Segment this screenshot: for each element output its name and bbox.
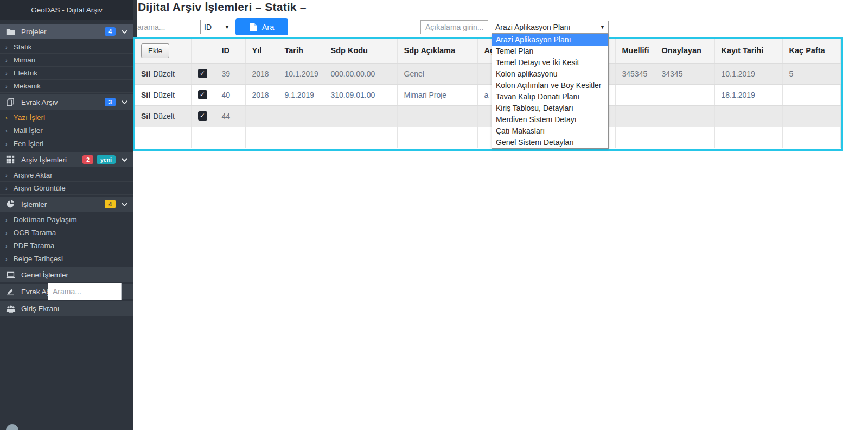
sidebar-item-label: Doküman Paylaşım	[14, 216, 77, 224]
sidebar-group-label: Giriş Ekranı	[21, 305, 60, 313]
dropdown-option[interactable]: Temel Plan	[492, 46, 608, 57]
sidebar-item-13[interactable]: ›Doküman Paylaşım	[0, 213, 133, 226]
sidebar-item-label: PDF Tarama	[14, 242, 55, 250]
edit-link[interactable]: Düzelt	[153, 69, 175, 78]
add-button[interactable]: Ekle	[141, 43, 169, 58]
delete-link[interactable]: Sil	[141, 112, 150, 121]
dropdown-option[interactable]: Merdiven Sistem Detayı	[492, 114, 608, 125]
sidebar-item-3[interactable]: ›Elektrik	[0, 67, 133, 80]
row-checkbox[interactable]: ✓	[198, 69, 207, 78]
cell-id: 40	[215, 84, 245, 105]
sidebar-group-18[interactable]: Evrak Ağacı	[0, 284, 133, 299]
users-icon	[6, 304, 15, 313]
dropdown-option[interactable]: Kolon Açılımları ve Boy Kesitler	[492, 80, 608, 91]
column-header-sdp-kodu: Sdp Kodu	[324, 39, 397, 63]
sidebar-item-14[interactable]: ›OCR Tarama	[0, 226, 133, 239]
chevron-right-icon: ›	[5, 141, 8, 147]
description-input[interactable]	[420, 20, 488, 34]
cell-kayit-tarihi: 18.1.2019	[714, 84, 782, 105]
column-header-onaylayan: Onaylayan	[655, 39, 714, 63]
edit-link[interactable]: Düzelt	[153, 112, 175, 121]
search-button[interactable]: Ara	[235, 18, 288, 35]
sidebar-item-11[interactable]: ›Arşivi Görüntüle	[0, 182, 133, 195]
field-select-value: ID	[204, 23, 212, 31]
laptop-icon	[6, 270, 15, 280]
sidebar-item-1[interactable]: ›Statik	[0, 41, 133, 54]
sidebar-group-9[interactable]: Arşiv İşlemleri2yeni	[0, 152, 133, 167]
delete-link[interactable]: Sil	[141, 69, 150, 78]
cell-select	[191, 127, 215, 148]
sidebar-group-0[interactable]: Projeler4	[0, 24, 133, 39]
field-select[interactable]: ID ▼	[200, 20, 233, 34]
cell-muellifi	[615, 127, 655, 148]
count-badge: 4	[105, 27, 116, 36]
row-checkbox[interactable]: ✓	[198, 90, 207, 99]
plan-type-select[interactable]: Arazi Aplikasyon Planı ▼	[492, 21, 609, 34]
edit-link[interactable]: Düzelt	[153, 91, 175, 99]
chevron-right-icon: ›	[5, 230, 8, 236]
cell-actions: SilDüzelt	[135, 105, 191, 127]
count-badge: 3	[105, 98, 116, 106]
dropdown-option[interactable]: Temel Detayı ve İki Kesit	[492, 57, 608, 68]
dropdown-option[interactable]: Arazi Aplikasyon Planı	[492, 34, 608, 46]
records-table-container: EkleIDYılTarihSdp KoduSdp AçıklamaAçıkla…	[133, 37, 843, 151]
pie-icon	[6, 200, 15, 209]
sidebar-item-15[interactable]: ›PDF Tarama	[0, 239, 133, 252]
cell-actions: SilDüzelt	[135, 84, 191, 105]
sidebar-item-label: Elektrik	[14, 69, 37, 77]
plan-type-dropdown: Arazi Aplikasyon PlanıTemel PlanTemel De…	[492, 34, 609, 149]
count-badge: 2	[82, 155, 93, 164]
cell-muellifi	[615, 84, 655, 105]
chevron-right-icon: ›	[5, 83, 8, 90]
sidebar-group-19[interactable]: Giriş Ekranı	[0, 301, 133, 316]
cell-kayit-tarihi	[714, 105, 782, 127]
file-icon	[250, 23, 257, 31]
cell-yil	[245, 105, 278, 127]
records-table: EkleIDYılTarihSdp KoduSdp AçıklamaAçıkla…	[135, 39, 841, 148]
sidebar-group-17[interactable]: Genel İşlemler	[0, 267, 133, 282]
delete-link[interactable]: Sil	[141, 91, 150, 99]
sidebar-item-label: Statik	[14, 43, 32, 51]
chevron-right-icon: ›	[5, 243, 8, 249]
sidebar-item-6[interactable]: ›Yazı İşleri	[0, 111, 133, 124]
cell-select: ✓	[191, 105, 215, 127]
folder-icon	[6, 27, 15, 36]
sidebar-item-2[interactable]: ›Mimari	[0, 54, 133, 67]
sidebar-item-label: Yazı İşleri	[14, 113, 45, 122]
copy-icon	[6, 98, 15, 107]
search-input[interactable]	[132, 20, 199, 34]
chevron-right-icon: ›	[5, 128, 8, 134]
table-row: SilDüzelt✓44	[135, 105, 841, 127]
sidebar-item-16[interactable]: ›Belge Tarihçesi	[0, 252, 133, 265]
cell-sdp-kodu	[324, 105, 397, 127]
cell-select: ✓	[191, 63, 215, 84]
table-header-row: EkleIDYılTarihSdp KoduSdp AçıklamaAçıkla…	[135, 39, 841, 63]
chevron-down-icon	[121, 99, 128, 106]
cell-onaylayan: 34345	[655, 63, 714, 84]
chevron-right-icon: ›	[5, 57, 8, 64]
sidebar-item-7[interactable]: ›Mali İşler	[0, 124, 133, 137]
sidebar-group-label: İşlemler	[21, 200, 47, 208]
sidebar-group-label: Genel İşlemler	[21, 271, 68, 279]
chevron-down-icon: ▼	[600, 24, 605, 30]
row-checkbox[interactable]: ✓	[198, 111, 207, 121]
cell-yil: 2018	[245, 63, 278, 84]
count-badge: yeni	[97, 155, 116, 164]
dropdown-option[interactable]: Kolon aplikasyonu	[492, 68, 608, 80]
chevron-right-icon: ›	[5, 185, 8, 192]
sidebar-group-12[interactable]: İşlemler4	[0, 197, 133, 212]
dropdown-option[interactable]: Tavan Kalıp Donatı Planı	[492, 91, 608, 103]
tree-search-input[interactable]	[48, 283, 122, 300]
sidebar-item-10[interactable]: ›Arşive Aktar	[0, 169, 133, 182]
cell-muellifi	[615, 105, 655, 127]
sidebar-item-8[interactable]: ›Fen İşleri	[0, 137, 133, 150]
sidebar-group-5[interactable]: Evrak Arşiv3	[0, 94, 133, 110]
sidebar-item-4[interactable]: ›Mekanik	[0, 80, 133, 93]
dropdown-option[interactable]: Kiriş Tablosu, Detayları	[492, 103, 608, 114]
cell-tarih: 9.1.2019	[278, 84, 324, 105]
chevron-right-icon: ›	[5, 70, 8, 77]
cell-kac-pafta	[782, 127, 841, 148]
sidebar-group-label: Arşiv İşlemleri	[21, 156, 67, 164]
dropdown-option[interactable]: Genel Sistem Detayları	[492, 137, 608, 148]
dropdown-option[interactable]: Çatı Makasları	[492, 125, 608, 137]
